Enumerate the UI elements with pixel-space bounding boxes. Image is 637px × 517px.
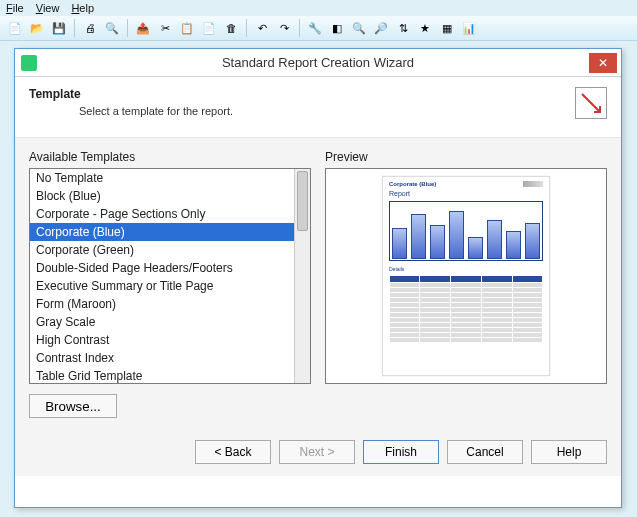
preview-pane: Corporate (Blue) Report Details: [325, 168, 607, 384]
undo-icon[interactable]: ↶: [253, 19, 271, 37]
menu-view[interactable]: View: [36, 2, 60, 14]
template-item[interactable]: Table Grid Template: [30, 367, 294, 383]
separator: [127, 19, 128, 37]
cancel-button[interactable]: Cancel: [447, 440, 523, 464]
button-row: < Back Next > Finish Cancel Help: [15, 428, 621, 476]
wizard-body: Available Templates No TemplateBlock (Bl…: [15, 138, 621, 428]
open-icon[interactable]: 📂: [28, 19, 46, 37]
title-bar: Standard Report Creation Wizard ✕: [15, 49, 621, 77]
template-item[interactable]: Contrast Index: [30, 349, 294, 367]
templates-listbox[interactable]: No TemplateBlock (Blue)Corporate - Page …: [29, 168, 311, 384]
chart-icon[interactable]: 📊: [460, 19, 478, 37]
star-icon[interactable]: ★: [416, 19, 434, 37]
logo-icon: [523, 181, 543, 187]
template-item[interactable]: Gray Scale: [30, 313, 294, 331]
separator: [74, 19, 75, 37]
page-title: Template: [29, 87, 233, 101]
template-item[interactable]: Block (Blue): [30, 187, 294, 205]
finish-button[interactable]: Finish: [363, 440, 439, 464]
new-icon[interactable]: 📄: [6, 19, 24, 37]
preview-page: Corporate (Blue) Report Details: [382, 176, 550, 376]
tool-icon[interactable]: 🔧: [306, 19, 324, 37]
template-item[interactable]: Double-Sided Page Headers/Footers: [30, 259, 294, 277]
save-icon[interactable]: 💾: [50, 19, 68, 37]
preview-heading: Report: [383, 189, 549, 198]
preview-table: [389, 276, 543, 373]
zoom-icon[interactable]: 🔍: [350, 19, 368, 37]
separator: [246, 19, 247, 37]
toggle-icon[interactable]: ◧: [328, 19, 346, 37]
page-subtitle: Select a template for the report.: [79, 105, 233, 117]
menu-file[interactable]: File: [6, 2, 24, 14]
close-button[interactable]: ✕: [589, 53, 617, 73]
template-item[interactable]: Executive Summary or Title Page: [30, 277, 294, 295]
export-icon[interactable]: 📤: [134, 19, 152, 37]
wizard-dialog: Standard Report Creation Wizard ✕ Templa…: [14, 48, 622, 508]
dialog-title: Standard Report Creation Wizard: [15, 55, 621, 70]
template-item[interactable]: High Contrast: [30, 331, 294, 349]
browse-button[interactable]: Browse...: [29, 394, 117, 418]
redo-icon[interactable]: ↷: [275, 19, 293, 37]
wizard-header: Template Select a template for the repor…: [15, 77, 621, 138]
template-item[interactable]: Corporate (Blue): [30, 223, 294, 241]
cut-icon[interactable]: ✂: [156, 19, 174, 37]
template-item[interactable]: Corporate (Green): [30, 241, 294, 259]
wizard-icon: [575, 87, 607, 119]
preview-template-name: Corporate (Blue): [389, 181, 436, 187]
help-button[interactable]: Help: [531, 440, 607, 464]
menu-bar: File View Help: [0, 0, 637, 16]
next-button: Next >: [279, 440, 355, 464]
template-item[interactable]: No Template: [30, 169, 294, 187]
grid-icon[interactable]: ▦: [438, 19, 456, 37]
paste-icon[interactable]: 📄: [200, 19, 218, 37]
toolbar: 📄 📂 💾 🖨 🔍 📤 ✂ 📋 📄 🗑 ↶ ↷ 🔧 ◧ 🔍 🔎 ⇅ ★ ▦ 📊: [0, 16, 637, 41]
find-icon[interactable]: 🔎: [372, 19, 390, 37]
print-icon[interactable]: 🖨: [81, 19, 99, 37]
sort-icon[interactable]: ⇅: [394, 19, 412, 37]
preview-icon[interactable]: 🔍: [103, 19, 121, 37]
scroll-thumb[interactable]: [297, 171, 308, 231]
available-templates-label: Available Templates: [29, 150, 311, 164]
preview-section: Details: [383, 264, 549, 274]
menu-help[interactable]: Help: [71, 2, 94, 14]
template-item[interactable]: Corporate - Page Sections Only: [30, 205, 294, 223]
delete-icon[interactable]: 🗑: [222, 19, 240, 37]
copy-icon[interactable]: 📋: [178, 19, 196, 37]
separator: [299, 19, 300, 37]
back-button[interactable]: < Back: [195, 440, 271, 464]
preview-label: Preview: [325, 150, 607, 164]
preview-chart: [389, 201, 543, 261]
template-item[interactable]: Form (Maroon): [30, 295, 294, 313]
scrollbar[interactable]: [294, 169, 310, 383]
